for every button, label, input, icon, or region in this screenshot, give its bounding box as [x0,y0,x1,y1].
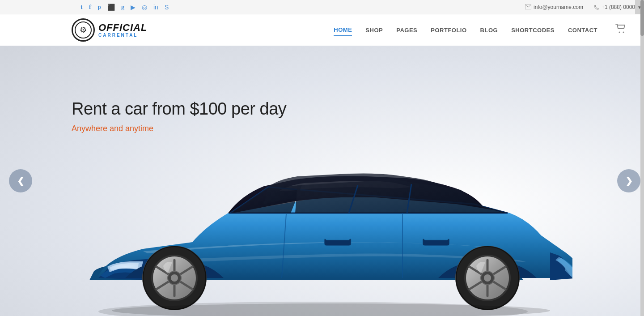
phone-number: +1 (888) 0000 [602,4,635,10]
email-info: info@yourname.com [525,4,583,10]
nav-blog[interactable]: BLOG [480,25,498,36]
top-bar-contact-info: info@yourname.com +1 (888) 0000 [525,4,635,10]
logo-brand: OFFICIAL [98,23,147,33]
phone-icon [594,4,599,10]
scrollbar-thumb[interactable] [640,0,644,36]
hero-section: Rent a car from $100 per day Anywhere an… [0,46,644,316]
nav-portfolio[interactable]: PORTFOLIO [431,25,466,36]
logo-tagline: CARRENTAL [98,33,147,38]
next-slide-button[interactable]: ❯ [617,169,640,192]
email-icon [525,4,531,9]
email-address: info@yourname.com [534,4,583,10]
prev-slide-button[interactable]: ❮ [9,169,32,192]
cart-button[interactable] [615,24,626,36]
logo[interactable]: ⚙ OFFICIAL CARRENTAL [72,18,147,42]
svg-point-29 [484,274,491,282]
main-nav: HOME SHOP PAGES PORTFOLIO BLOG SHORTCODE… [334,24,626,36]
top-bar: 𝐭 𝐟 𝐩 ⬛ 𝐠 ▶ ◎ in S info@yourname.com +1 … [0,0,644,14]
svg-point-17 [171,274,178,282]
header: ⚙ OFFICIAL CARRENTAL HOME SHOP PAGES POR… [0,14,644,46]
pinterest-icon[interactable]: 𝐩 [97,3,101,11]
nav-pages[interactable]: PAGES [396,25,417,36]
hero-title: Rent a car from $100 per day [72,99,286,119]
instagram-icon[interactable]: ◎ [142,4,147,11]
hero-content: Rent a car from $100 per day Anywhere an… [72,99,286,133]
phone-info: +1 (888) 0000 [594,4,635,10]
logo-gear-icon: ⚙ [80,25,87,35]
nav-contact[interactable]: CONTACT [568,25,597,36]
hero-subtitle: Anywhere and anytime [72,124,286,133]
social-icons-group: 𝐭 𝐟 𝐩 ⬛ 𝐠 ▶ ◎ in S [80,3,169,11]
logo-circle: ⚙ [72,18,95,42]
facebook-icon[interactable]: 𝐟 [89,3,91,11]
scrollbar[interactable] [640,0,644,316]
youtube-icon[interactable]: ▶ [131,4,136,11]
logo-inner-circle: ⚙ [75,21,92,38]
logo-text: OFFICIAL CARRENTAL [98,23,147,38]
digg-icon[interactable]: ⬛ [107,4,115,11]
svg-point-2 [623,32,624,33]
linkedin-icon[interactable]: in [153,4,158,11]
svg-point-1 [619,32,620,33]
google-plus-icon[interactable]: 𝐠 [121,3,124,11]
nav-home[interactable]: HOME [334,24,352,36]
twitter-icon[interactable]: 𝐭 [80,3,83,11]
nav-shortcodes[interactable]: SHORTCODES [511,25,555,36]
skype-icon[interactable]: S [165,4,169,11]
nav-shop[interactable]: SHOP [365,25,383,36]
